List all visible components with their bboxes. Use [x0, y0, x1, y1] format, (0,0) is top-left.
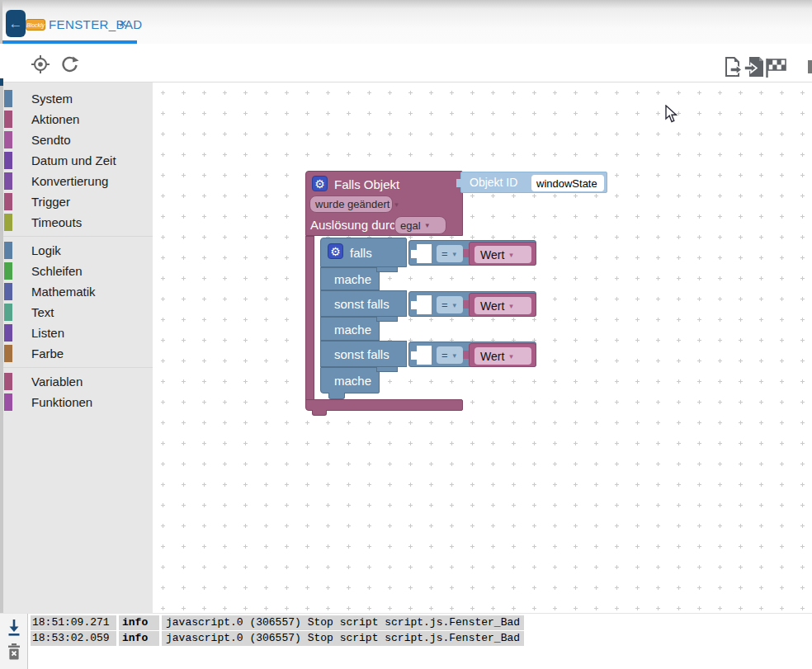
mache-label: mache — [334, 272, 371, 286]
sidebar-item-label: Schleifen — [31, 264, 83, 278]
chevron-down-icon: ▾ — [426, 221, 430, 229]
log-message: javascript.0 (306557) Stop script script… — [162, 615, 524, 630]
operator-dropdown[interactable]: = ▾ — [437, 245, 463, 262]
dropdown-value: egal — [400, 219, 421, 232]
statement-notch — [376, 367, 398, 372]
clear-log-trash-icon[interactable] — [7, 643, 21, 661]
blockly-block-compare-2[interactable]: = ▾ Wert ▾ — [408, 291, 536, 317]
log-level-badge: info — [119, 631, 159, 646]
tab-close-icon[interactable]: × — [119, 16, 127, 32]
empty-input-socket[interactable] — [417, 244, 432, 263]
category-color-swatch — [4, 242, 12, 259]
left-edge-strip-top — [0, 0, 2, 44]
log-row: 18:53:02.059 info javascript.0 (306557) … — [31, 631, 526, 646]
objekt-id-field[interactable]: windowState — [531, 175, 604, 191]
sidebar-item-timeouts[interactable]: Timeouts — [3, 212, 153, 233]
sidebar-item-sendto[interactable]: Sendto — [3, 130, 153, 150]
empty-input-socket[interactable] — [417, 295, 432, 314]
empty-input-tab[interactable] — [411, 250, 417, 258]
category-color-swatch — [4, 131, 12, 148]
back-arrow-icon: ← — [9, 16, 23, 32]
export-blocks-icon[interactable] — [723, 56, 743, 78]
operator-dropdown[interactable]: = ▾ — [437, 346, 463, 364]
sidebar-item-datum-und-zeit[interactable]: Datum und Zeit — [3, 150, 153, 171]
empty-input-socket[interactable] — [417, 346, 432, 365]
chevron-down-icon: ▾ — [509, 352, 513, 360]
empty-input-tab[interactable] — [411, 351, 417, 360]
sidebar-item-aktionen[interactable]: Aktionen — [3, 109, 153, 130]
blockly-block-wert[interactable]: Wert ▾ — [469, 242, 536, 266]
dropdown-value: Wert — [480, 350, 504, 363]
wert-dropdown[interactable]: Wert ▾ — [474, 297, 531, 314]
trigger-block-title: Falls Objekt — [334, 177, 399, 191]
sidebar-item-label: Listen — [31, 326, 64, 340]
dropdown-value: wurde geändert — [315, 198, 389, 210]
sidebar-item-label: Logik — [31, 243, 61, 257]
blockly-block-wert[interactable]: Wert ▾ — [469, 293, 536, 317]
sidebar-item-funktionen[interactable]: Funktionen — [3, 392, 153, 412]
mutator-gear-icon[interactable]: ⚙ — [328, 243, 343, 259]
sidebar-item-konvertierung[interactable]: Konvertierung — [3, 171, 153, 191]
category-color-swatch — [4, 90, 12, 107]
change-type-dropdown[interactable]: wurde geändert ▾ — [309, 196, 393, 213]
log-time: 18:51:09.271 — [31, 615, 116, 630]
sidebar-item-trigger[interactable]: Trigger — [3, 191, 153, 212]
sonst-falls-label: sonst falls — [334, 297, 389, 311]
blockly-block-compare-3[interactable]: = ▾ Wert ▾ — [408, 342, 536, 367]
chevron-down-icon: ▾ — [453, 351, 457, 360]
category-color-swatch — [4, 324, 12, 342]
category-color-swatch — [4, 283, 12, 300]
sidebar-item-farbe[interactable]: Farbe — [3, 343, 153, 364]
download-log-icon[interactable] — [6, 618, 22, 638]
mutator-gear-icon[interactable]: ⚙ — [312, 176, 328, 191]
sidebar-item-label: Variablen — [31, 375, 83, 389]
check-blocks-flag-icon[interactable] — [764, 56, 787, 78]
sidebar-item-listen[interactable]: Listen — [3, 323, 153, 343]
sidebar-item-label: Trigger — [31, 195, 70, 209]
output-connection-tab — [456, 179, 462, 187]
chevron-down-icon: ▾ — [453, 250, 457, 258]
sidebar-item-system[interactable]: System — [3, 88, 153, 109]
sonst-falls-label: sonst falls — [334, 347, 389, 361]
statement-notch — [376, 267, 398, 272]
sidebar-item-label: System — [31, 92, 73, 106]
wert-dropdown[interactable]: Wert ▾ — [474, 347, 531, 365]
back-button[interactable]: ← — [6, 10, 26, 37]
blockly-workspace[interactable]: ⚙ Falls Objekt wurde geändert ▾ Auslösun… — [153, 82, 812, 613]
trigger-block-spine — [305, 236, 314, 400]
sidebar-item-label: Konvertierung — [31, 174, 108, 188]
wert-dropdown[interactable]: Wert ▾ — [474, 246, 531, 263]
category-color-swatch — [4, 345, 12, 362]
sidebar-item-mathematik[interactable]: Mathematik — [3, 281, 153, 302]
partial-toolbar-icon[interactable] — [808, 60, 812, 73]
empty-input-tab[interactable] — [411, 301, 417, 309]
blockly-block-wert[interactable]: Wert ▾ — [469, 343, 536, 367]
dropdown-value: = — [441, 299, 448, 311]
ausloesung-dropdown[interactable]: egal ▾ — [394, 216, 446, 234]
import-blocks-icon[interactable] — [744, 56, 764, 78]
blockly-block-objekt-id[interactable]: Objekt ID windowState — [460, 172, 607, 193]
category-color-swatch — [4, 193, 12, 210]
sidebar-item-text[interactable]: Text — [3, 302, 153, 323]
log-rows: 18:51:09.271 info javascript.0 (306557) … — [31, 615, 526, 647]
chevron-down-icon: ▾ — [509, 302, 513, 310]
log-message: javascript.0 (306557) Stop script script… — [162, 631, 524, 646]
statement-notch — [376, 317, 398, 322]
tab-fenster-bad[interactable]: FENSTER_BAD — [49, 17, 143, 31]
refresh-icon[interactable] — [60, 54, 80, 74]
operator-dropdown[interactable]: = ▾ — [437, 296, 463, 313]
log-row: 18:51:09.271 info javascript.0 (306557) … — [31, 615, 526, 630]
log-toolbar — [0, 614, 28, 669]
sidebar-item-logik[interactable]: Logik — [3, 240, 153, 261]
locate-blocks-icon[interactable] — [31, 54, 50, 74]
category-color-swatch — [4, 304, 12, 321]
log-time: 18:53:02.059 — [31, 631, 116, 646]
sidebar-item-label: Sendto — [31, 133, 71, 147]
sidebar-item-schleifen[interactable]: Schleifen — [3, 261, 153, 281]
sidebar-item-variablen[interactable]: Variablen — [3, 371, 153, 392]
sidebar-item-label: Text — [31, 305, 54, 319]
dropdown-value: Wert — [480, 299, 504, 313]
category-color-swatch — [4, 214, 12, 231]
blockly-block-compare-1[interactable]: = ▾ Wert ▾ — [408, 240, 536, 266]
category-color-swatch — [4, 373, 12, 390]
